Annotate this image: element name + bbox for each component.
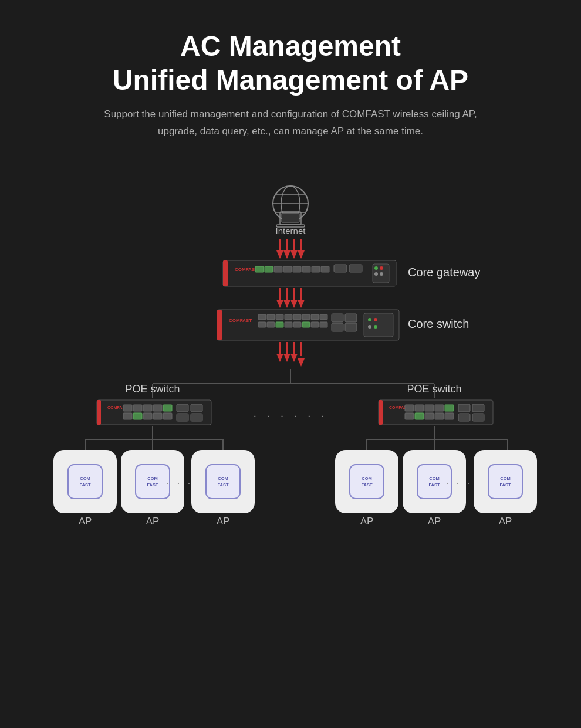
- svg-rect-91: [133, 413, 142, 419]
- svg-rect-105: [435, 405, 444, 411]
- svg-rect-106: [445, 405, 454, 411]
- svg-point-66: [368, 318, 371, 321]
- svg-text:AP: AP: [146, 516, 160, 527]
- svg-rect-87: [143, 405, 152, 411]
- svg-rect-27: [334, 265, 347, 272]
- svg-rect-61: [332, 314, 343, 322]
- svg-rect-63: [332, 323, 343, 331]
- svg-text:COMFAST: COMFAST: [229, 318, 252, 323]
- arrows-gateway-switch: [276, 288, 305, 308]
- svg-rect-93: [153, 413, 162, 419]
- svg-rect-155: [488, 465, 522, 499]
- svg-text:FAST: FAST: [499, 482, 511, 487]
- svg-marker-73: [283, 354, 290, 362]
- svg-rect-88: [153, 405, 162, 411]
- svg-marker-9: [276, 250, 283, 259]
- svg-text:AP: AP: [428, 516, 441, 527]
- poe-label-right: POE switch: [407, 383, 461, 395]
- svg-rect-48: [285, 314, 292, 320]
- svg-rect-128: [68, 465, 102, 499]
- internet-label: Internet: [276, 226, 306, 236]
- svg-rect-107: [405, 413, 414, 419]
- svg-marker-13: [290, 250, 298, 259]
- ap-device-6: COM FAST AP: [474, 450, 537, 527]
- svg-rect-103: [415, 405, 424, 411]
- svg-rect-53: [258, 322, 266, 327]
- svg-text:FAST: FAST: [79, 482, 91, 487]
- svg-marker-35: [276, 300, 283, 308]
- svg-rect-92: [143, 413, 152, 419]
- title-line2: Unified Management of AP: [113, 65, 468, 96]
- svg-rect-83: [97, 400, 101, 425]
- description-text: Support the unified management and confi…: [85, 106, 496, 140]
- svg-marker-37: [283, 300, 290, 308]
- svg-marker-41: [298, 300, 305, 308]
- page-container: AC Management Unified Management of AP S…: [0, 0, 581, 728]
- core-gateway-label: Core gateway: [408, 266, 480, 279]
- svg-rect-100: [379, 400, 383, 425]
- svg-rect-50: [302, 314, 310, 320]
- svg-text:COM: COM: [147, 476, 158, 481]
- svg-rect-109: [425, 413, 434, 419]
- svg-rect-104: [425, 405, 434, 411]
- svg-text:COMFAST: COMFAST: [235, 267, 258, 272]
- svg-rect-54: [267, 322, 275, 327]
- svg-rect-49: [293, 314, 301, 320]
- svg-marker-15: [298, 250, 305, 259]
- svg-rect-57: [293, 322, 301, 327]
- core-switch-label: Core switch: [408, 317, 469, 330]
- svg-rect-23: [293, 266, 301, 272]
- title-line1: AC Management: [180, 31, 401, 62]
- svg-rect-110: [435, 413, 444, 419]
- svg-rect-25: [312, 266, 320, 272]
- svg-rect-21: [274, 266, 282, 272]
- svg-text:AP: AP: [217, 516, 230, 527]
- svg-rect-139: [206, 465, 240, 499]
- svg-rect-65: [364, 313, 393, 337]
- poe-switch-left: POE switch COMFAST: [97, 383, 211, 425]
- svg-text:AP: AP: [360, 516, 374, 527]
- svg-text:AP: AP: [79, 516, 92, 527]
- svg-rect-62: [345, 314, 357, 322]
- svg-text:AP: AP: [499, 516, 512, 527]
- svg-marker-77: [298, 358, 305, 367]
- svg-text:COM: COM: [429, 476, 440, 481]
- svg-rect-97: [177, 414, 188, 421]
- svg-rect-108: [415, 413, 424, 419]
- svg-text:COM: COM: [362, 476, 372, 481]
- svg-rect-114: [458, 414, 470, 421]
- internet-node: Internet: [273, 186, 308, 236]
- svg-rect-46: [267, 314, 275, 320]
- arrows-switch-poe: [276, 342, 305, 367]
- svg-rect-43: [217, 310, 222, 340]
- diagram-svg: Internet COMFAST: [26, 175, 555, 645]
- svg-marker-75: [290, 354, 298, 362]
- svg-point-33: [380, 272, 383, 276]
- svg-rect-90: [123, 413, 132, 419]
- svg-rect-95: [177, 404, 188, 412]
- ap-device-3: COM FAST AP: [191, 450, 255, 527]
- svg-rect-85: [123, 405, 132, 411]
- svg-point-32: [374, 272, 378, 276]
- svg-rect-24: [302, 266, 310, 272]
- svg-rect-111: [445, 413, 454, 419]
- svg-rect-96: [191, 404, 202, 412]
- core-gateway-device: COMFAST: [223, 260, 396, 286]
- svg-text:FAST: FAST: [147, 482, 158, 487]
- svg-text:FAST: FAST: [361, 482, 373, 487]
- svg-point-67: [374, 318, 377, 321]
- svg-point-31: [380, 266, 383, 270]
- svg-rect-52: [320, 314, 327, 320]
- network-diagram: Internet COMFAST: [12, 175, 569, 645]
- svg-rect-47: [276, 314, 283, 320]
- svg-rect-6: [282, 213, 299, 222]
- svg-rect-94: [163, 413, 172, 419]
- svg-marker-39: [290, 300, 298, 308]
- svg-rect-113: [472, 404, 484, 412]
- svg-rect-56: [285, 322, 292, 327]
- core-switch-device: COMFAST: [217, 310, 399, 340]
- poe-label-left: POE switch: [125, 383, 180, 395]
- svg-rect-144: [350, 465, 384, 499]
- svg-point-69: [374, 325, 377, 329]
- svg-rect-89: [163, 405, 172, 411]
